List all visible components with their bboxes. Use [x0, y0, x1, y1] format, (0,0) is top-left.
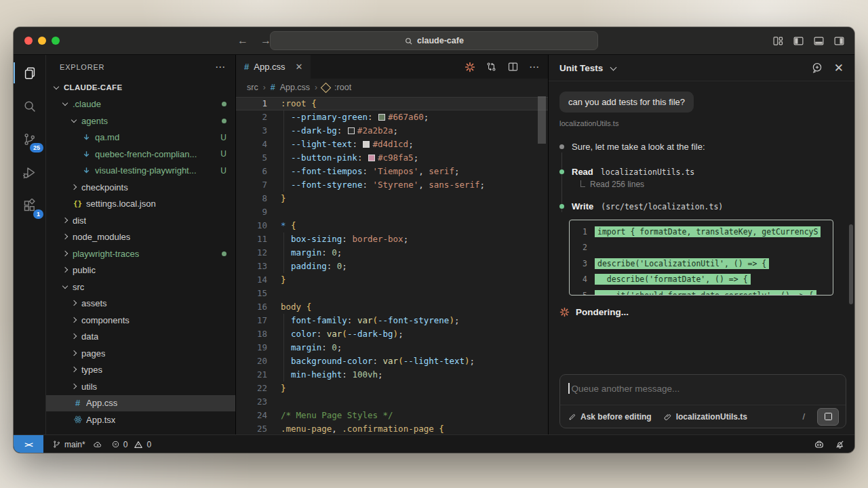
explorer-activity-button[interactable]: [14, 56, 46, 89]
branch-label: main*: [64, 440, 85, 449]
tree-row[interactable]: quebec-french-complian...U: [46, 146, 235, 163]
close-panel-icon[interactable]: ✕: [834, 62, 844, 74]
source-control-activity-button[interactable]: 25: [14, 123, 46, 156]
diff-line: 5 it('should format date correctly', () …: [570, 287, 833, 296]
claude-spark-icon[interactable]: [465, 62, 475, 73]
tree-row[interactable]: qa.mdU: [46, 129, 235, 146]
diff-line: 2: [570, 240, 833, 256]
command-center-search[interactable]: claude-cafe: [270, 31, 598, 50]
line-number: 12: [236, 246, 267, 260]
tree-row[interactable]: visual-testing-playwright...U: [46, 163, 235, 180]
tree-row[interactable]: App.tsx: [46, 411, 235, 428]
diff-line-number: 5: [570, 291, 587, 296]
tree-item-label: quebec-french-complian...: [95, 149, 197, 159]
line-number: 22: [236, 382, 267, 395]
assistant-response: Sure, let me take a look at the file: Re…: [559, 142, 844, 211]
code-editor[interactable]: 1:root {2 --primary-green: #667a60;3 --d…: [236, 96, 548, 434]
tree-row[interactable]: checkpoints: [46, 179, 235, 196]
run-debug-activity-button[interactable]: [14, 156, 46, 189]
toggle-sidebar-left-icon[interactable]: [793, 35, 804, 47]
tree-root-row[interactable]: CLAUDE-CAFE: [46, 79, 235, 96]
remote-indicator[interactable]: ><: [14, 435, 43, 453]
breadcrumb-symbol[interactable]: :root: [334, 83, 351, 92]
code-line: 10* {: [236, 219, 548, 232]
tree-row[interactable]: node_modules: [46, 229, 235, 246]
react-icon: [72, 415, 83, 424]
breadcrumb-file[interactable]: App.css: [280, 83, 310, 92]
workbench: 25 1 EXPLORER ⋯ CLAUDE-CAFE.claudeagents…: [14, 55, 854, 434]
edit-mode-toggle[interactable]: Ask before editing: [568, 412, 652, 422]
tree-row[interactable]: {}settings.local.json: [46, 196, 235, 213]
message-input[interactable]: Queue another message...: [560, 375, 846, 394]
close-tab-icon[interactable]: ✕: [295, 62, 302, 72]
close-window-button[interactable]: [24, 37, 33, 45]
tree-row[interactable]: playwright-traces: [46, 245, 235, 262]
code-line: 14}: [236, 273, 548, 287]
tree-row[interactable]: src: [46, 279, 235, 296]
text-cursor: [568, 383, 570, 394]
assistant-intro-row: Sure, let me take a look at the file:: [559, 142, 844, 152]
pencil-icon: [568, 413, 576, 421]
thinking-status: Pondering...: [559, 307, 844, 317]
tree-row[interactable]: types: [46, 362, 235, 379]
tree-row[interactable]: public: [46, 262, 235, 279]
new-chat-icon[interactable]: [811, 62, 823, 74]
notifications-muted-icon[interactable]: [835, 439, 845, 449]
branch-status-item[interactable]: main*: [52, 440, 102, 449]
tree-item-label: playwright-traces: [73, 249, 139, 259]
panel-scrollbar[interactable]: [849, 224, 853, 304]
tree-row[interactable]: pages: [46, 345, 235, 362]
explorer-more-actions-icon[interactable]: ⋯: [215, 61, 226, 73]
breadcrumb-src[interactable]: src: [247, 83, 258, 92]
tree-row[interactable]: #App.css: [46, 395, 235, 412]
bullet-icon: [559, 144, 564, 149]
editor-actions: ⋯: [465, 55, 540, 79]
chevron-right-icon: [69, 331, 79, 342]
problems-status-item[interactable]: 0 0: [111, 440, 151, 449]
split-editor-icon[interactable]: [507, 61, 519, 73]
tree-corner-icon: [580, 180, 585, 187]
git-status-badge: U: [220, 166, 226, 176]
tree-item-label: .claude: [73, 99, 101, 109]
tree-row[interactable]: assets: [46, 296, 235, 312]
tree-row[interactable]: components: [46, 312, 235, 329]
tree-row[interactable]: agents: [46, 113, 235, 129]
tree-row[interactable]: utils: [46, 378, 235, 395]
extensions-activity-button[interactable]: 1: [14, 189, 46, 222]
chevron-down-icon[interactable]: [609, 63, 618, 73]
stop-button[interactable]: [817, 408, 839, 426]
chat-input-box[interactable]: Queue another message... Ask before edit…: [559, 374, 846, 428]
chevron-right-icon: [69, 182, 79, 192]
toggle-sidebar-right-icon[interactable]: [833, 35, 845, 47]
chevron-right-icon: [69, 298, 79, 308]
code-line: 11 box-sizing: border-box;: [236, 232, 548, 246]
minimize-window-button[interactable]: [38, 37, 46, 45]
attached-file-chip[interactable]: localizationUtils.ts: [664, 412, 747, 422]
copilot-icon[interactable]: [814, 439, 825, 450]
search-activity-button[interactable]: [14, 89, 46, 123]
tree-row[interactable]: .claude: [46, 96, 235, 113]
editor-more-actions-icon[interactable]: ⋯: [529, 61, 540, 73]
code-line: 17 font-family: var(--font-styrene);: [236, 314, 548, 327]
tree-row[interactable]: dist: [46, 212, 235, 229]
back-arrow-icon[interactable]: ←: [237, 35, 248, 46]
code-line: 16body {: [236, 300, 548, 314]
diff-line-number: 2: [570, 243, 587, 252]
customize-layout-icon[interactable]: [772, 35, 784, 47]
diff-preview: 1import { formatDate, translateKey, getC…: [569, 220, 833, 296]
code-line: 25.menu-page, .confirmation-page {: [236, 422, 548, 434]
chevron-right-icon: ›: [263, 83, 266, 92]
line-number: 1: [236, 97, 267, 110]
line-number: 19: [236, 341, 267, 354]
zoom-window-button[interactable]: [52, 37, 60, 45]
user-message: can you add tests for this file?: [559, 92, 694, 113]
tree-row[interactable]: data: [46, 329, 235, 346]
tree-item-label: node_modules: [73, 232, 130, 242]
toggle-panel-bottom-icon[interactable]: [813, 35, 825, 47]
tree-item-label: agents: [81, 116, 108, 126]
layout-controls: [772, 35, 845, 47]
tab-app-css[interactable]: # App.css ✕: [236, 55, 311, 79]
compare-changes-icon[interactable]: [486, 61, 497, 73]
explorer-header: EXPLORER ⋯: [46, 55, 235, 79]
editor-scrollbar[interactable]: [538, 96, 546, 144]
